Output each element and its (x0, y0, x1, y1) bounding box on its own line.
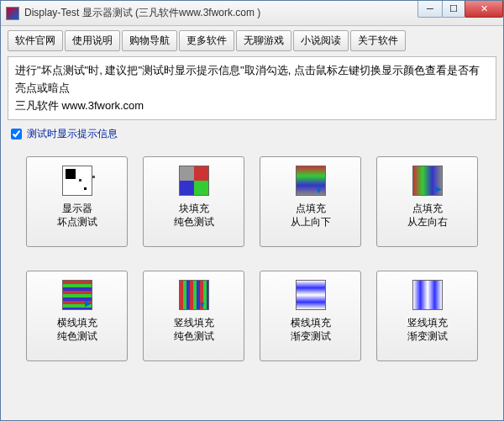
test-vline-solid[interactable]: 竖线填充 纯色测试 (143, 271, 244, 361)
test-label: 竖线填充 纯色测试 (174, 317, 214, 343)
toolbar: 软件官网 使用说明 购物导航 更多软件 无聊游戏 小说阅读 关于软件 (1, 26, 503, 55)
toolbar-games[interactable]: 无聊游戏 (236, 30, 291, 51)
info-panel: 进行"坏点测试"时, 建议把"测试时显示提示信息"取消勾选, 点击鼠标左键切换显… (8, 56, 496, 120)
toolbar-more[interactable]: 更多软件 (179, 30, 234, 51)
test-bad-pixel[interactable]: 显示器 坏点测试 (26, 156, 128, 247)
test-label: 块填充 纯色测试 (174, 203, 214, 229)
window-controls: ─ ☐ ✕ (418, 1, 503, 18)
show-hint-row: 测试时显示提示信息 (1, 125, 503, 146)
titlebar: Display-Test 显示器测试 (三凡软件www.3fwork.com )… (1, 1, 503, 26)
test-label: 点填充 从左向右 (407, 203, 448, 229)
toolbar-about[interactable]: 关于软件 (350, 30, 406, 51)
toolbar-shopping[interactable]: 购物导航 (122, 30, 177, 51)
toolbar-novels[interactable]: 小说阅读 (293, 30, 349, 51)
bad-pixel-icon (62, 166, 92, 196)
dot-right-icon (412, 166, 443, 196)
test-label: 显示器 坏点测试 (57, 203, 97, 229)
test-grid: 显示器 坏点测试 块填充 纯色测试 点填充 从上向下 点填充 从左向右 横线填充… (1, 146, 503, 378)
dot-down-icon (296, 166, 326, 196)
test-label: 竖线填充 渐变测试 (407, 317, 448, 343)
maximize-button[interactable]: ☐ (442, 1, 465, 18)
hline-solid-icon (62, 280, 92, 310)
test-hline-grad[interactable]: 横线填充 渐变测试 (260, 271, 361, 361)
info-text-2: 三凡软件 www.3fwork.com (15, 97, 489, 115)
info-text-1: 进行"坏点测试"时, 建议把"测试时显示提示信息"取消勾选, 点击鼠标左键切换显… (15, 62, 489, 97)
app-icon (6, 7, 19, 20)
block-fill-icon (179, 166, 209, 196)
test-label: 横线填充 纯色测试 (57, 317, 97, 343)
window-title: Display-Test 显示器测试 (三凡软件www.3fwork.com ) (24, 6, 418, 20)
test-hline-solid[interactable]: 横线填充 纯色测试 (26, 271, 128, 361)
test-dot-topdown[interactable]: 点填充 从上向下 (260, 156, 361, 247)
minimize-button[interactable]: ─ (417, 1, 443, 18)
vline-solid-icon (179, 280, 209, 310)
show-hint-label: 测试时显示提示信息 (27, 127, 118, 141)
show-hint-checkbox[interactable] (11, 129, 22, 139)
test-dot-leftright[interactable]: 点填充 从左向右 (376, 156, 478, 247)
toolbar-website[interactable]: 软件官网 (8, 30, 63, 51)
close-button[interactable]: ✕ (465, 1, 503, 18)
toolbar-manual[interactable]: 使用说明 (65, 30, 120, 51)
test-label: 点填充 从上向下 (291, 203, 331, 229)
hline-grad-icon (296, 280, 326, 310)
test-label: 横线填充 渐变测试 (291, 317, 331, 343)
app-window: Display-Test 显示器测试 (三凡软件www.3fwork.com )… (0, 0, 504, 421)
test-block-solid[interactable]: 块填充 纯色测试 (143, 156, 244, 247)
test-vline-grad[interactable]: 竖线填充 渐变测试 (376, 271, 478, 361)
vline-grad-icon (412, 280, 443, 310)
